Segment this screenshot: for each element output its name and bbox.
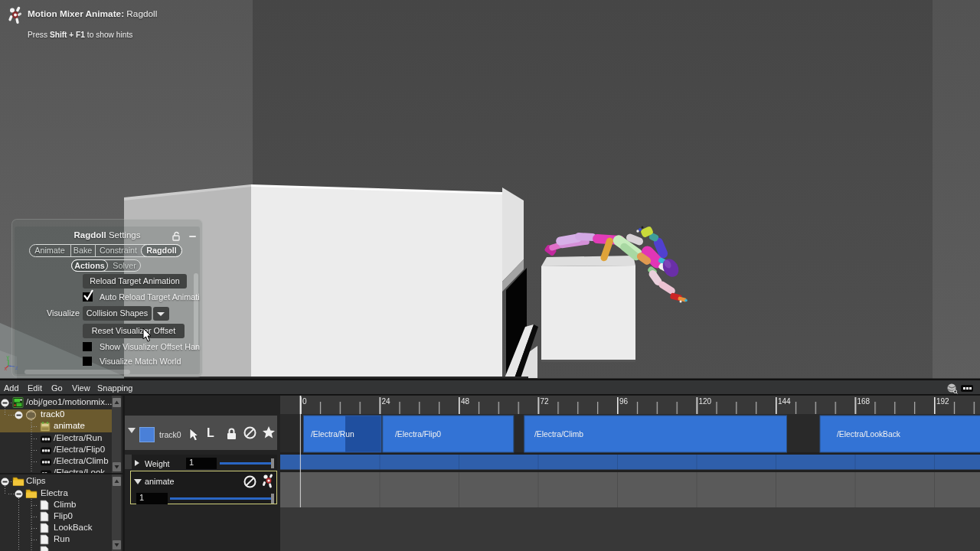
svg-text:24: 24 [382, 397, 391, 406]
svg-text:x: x [5, 366, 8, 371]
svg-text:/Electra/Run: /Electra/Run [311, 430, 354, 439]
svg-text:144: 144 [778, 397, 791, 406]
svg-text:192: 192 [936, 397, 949, 406]
svg-text:0: 0 [302, 397, 307, 406]
svg-text:120: 120 [699, 397, 712, 406]
svg-text:y: y [7, 354, 10, 360]
svg-text:96: 96 [619, 397, 629, 406]
svg-text:72: 72 [541, 397, 550, 406]
svg-text:168: 168 [858, 397, 871, 406]
svg-text:/Electra/Climb: /Electra/Climb [534, 430, 583, 439]
svg-text:/Electra/LookBack: /Electra/LookBack [837, 430, 901, 439]
svg-text:/Electra/Flip0: /Electra/Flip0 [395, 430, 441, 439]
svg-text:48: 48 [461, 397, 470, 406]
